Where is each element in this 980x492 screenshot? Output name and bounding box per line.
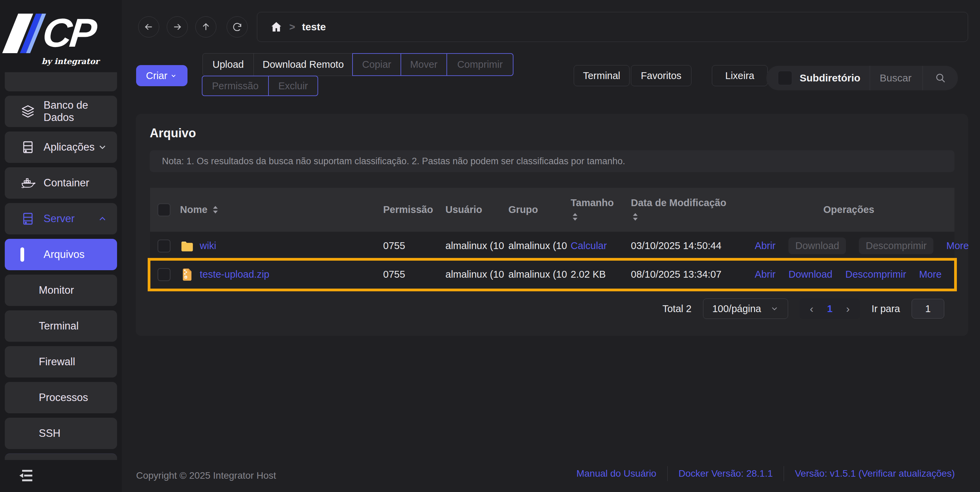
excluir-button[interactable]: Excluir — [268, 76, 318, 96]
next-page-button[interactable]: › — [846, 303, 850, 315]
sidebar-item-monitor[interactable]: Monitor — [5, 275, 117, 306]
forward-button[interactable] — [167, 16, 188, 37]
goto-page-input[interactable] — [912, 299, 944, 319]
folder-icon — [180, 239, 194, 253]
sort-icon[interactable] — [211, 205, 220, 215]
mover-button[interactable]: Mover — [401, 53, 447, 76]
sidebar-item-firewall[interactable]: Firewall — [5, 346, 117, 377]
descomprimir-link[interactable]: Descomprimir — [845, 269, 906, 280]
sidebar-item-container[interactable]: Container — [5, 167, 117, 199]
select-all-checkbox[interactable] — [158, 203, 170, 216]
sidebar-item-label: Terminal — [39, 320, 79, 332]
user-cell: almalinux (10 — [443, 240, 506, 251]
favoritos-button[interactable]: Favoritos — [631, 65, 692, 86]
more-link[interactable]: More — [919, 269, 942, 280]
search-input[interactable] — [870, 66, 923, 90]
arrow-left-icon — [143, 21, 154, 32]
date-cell: 03/10/2025 14:50:44 — [628, 240, 740, 251]
chevron-down-icon — [169, 72, 178, 80]
collapse-sidebar-button[interactable] — [18, 468, 34, 484]
sidebar-item-processos[interactable]: Processos — [5, 382, 117, 413]
download-link[interactable]: Download — [788, 269, 832, 280]
sidebar-item-label: Server — [43, 212, 75, 225]
sidebar-item-aplicacoes[interactable]: Aplicações — [5, 131, 117, 163]
calcular-link[interactable]: Calcular — [571, 240, 607, 251]
sidebar-item-label: Processos — [39, 391, 88, 404]
sidebar-item-terminal[interactable]: Terminal — [5, 310, 117, 342]
header-data-modificacao[interactable]: Data de Modificação — [628, 197, 740, 222]
note-text: Nota: 1. Os resultados da busca não supo… — [162, 156, 625, 167]
row-checkbox[interactable] — [158, 268, 170, 281]
refresh-icon — [232, 21, 243, 32]
app-logo: CP by integrator — [0, 10, 122, 67]
up-directory-button[interactable] — [195, 16, 216, 37]
abrir-link[interactable]: Abrir — [755, 240, 775, 251]
docker-version-link[interactable]: Docker Versão: 28.1.1 — [668, 468, 784, 479]
home-icon[interactable] — [270, 21, 282, 33]
sidebar-item-banco-de-dados[interactable]: Banco de Dados — [5, 96, 117, 127]
table-row-highlighted[interactable]: teste-upload.zip 0755 almalinux (10 alma… — [150, 260, 955, 289]
breadcrumb-current[interactable]: teste — [302, 21, 326, 33]
sidebar-item-arquivos[interactable]: Arquivos — [5, 239, 117, 270]
group-cell: almalinux (10 — [506, 269, 568, 280]
page-title: Arquivo — [150, 126, 196, 141]
back-button[interactable] — [138, 16, 159, 37]
file-actions-group: Upload Download Remoto Copiar Mover Comp… — [202, 53, 514, 76]
user-cell: almalinux (10 — [443, 269, 506, 280]
criar-button[interactable]: Criar — [136, 65, 188, 86]
abrir-link[interactable]: Abrir — [755, 269, 775, 280]
perm-cell: 0755 — [380, 240, 443, 251]
header-nome[interactable]: Nome — [177, 204, 380, 215]
current-page[interactable]: 1 — [827, 303, 832, 315]
arrow-right-icon — [172, 21, 183, 32]
header-tamanho[interactable]: Tamanho — [568, 197, 628, 222]
sidebar-item-label: Aplicações — [43, 141, 95, 153]
descomprimir-link-disabled: Descomprimir — [859, 238, 933, 254]
pager: ‹ 1 › — [800, 299, 860, 319]
server-icon — [21, 211, 35, 226]
header-permissao: Permissão — [380, 203, 443, 216]
layers-icon — [21, 104, 35, 119]
row-checkbox[interactable] — [158, 240, 170, 252]
sidebar-item-clipped-bottom[interactable] — [5, 454, 117, 460]
footer-links: Manual do Usuário Docker Versão: 28.1.1 … — [566, 466, 966, 481]
comprimir-button[interactable]: Comprimir — [447, 53, 514, 76]
copiar-button[interactable]: Copiar — [352, 53, 401, 76]
subdiretorio-checkbox[interactable] — [778, 71, 792, 85]
refresh-button[interactable] — [227, 16, 248, 37]
search-submit[interactable] — [923, 66, 958, 90]
more-link[interactable]: More — [946, 240, 969, 251]
sidebar-item-label: Arquivos — [43, 248, 85, 260]
docker-icon — [21, 176, 35, 190]
chevron-down-icon — [97, 142, 108, 152]
app-version-link[interactable]: Versão: v1.5.1 (Verificar atualizações) — [784, 468, 966, 479]
download-remoto-button[interactable]: Download Remoto — [253, 53, 353, 76]
header-usuario: Usuário — [443, 204, 506, 215]
criar-label: Criar — [146, 70, 167, 81]
sidebar-item-clipped-top[interactable] — [5, 72, 117, 91]
sidebar-item-ssh[interactable]: SSH — [5, 418, 117, 449]
file-table: Nome Permissão Usuário Grupo Tamanho Dat… — [150, 188, 955, 289]
sort-icon[interactable] — [571, 212, 579, 222]
manual-link[interactable]: Manual do Usuário — [566, 468, 667, 479]
download-link-disabled: Download — [788, 238, 846, 254]
sort-icon[interactable] — [631, 212, 640, 222]
permissao-button[interactable]: Permissão — [202, 76, 269, 96]
file-actions-group-2: Permissão Excluir — [202, 76, 318, 96]
lixeira-button[interactable]: Lixeira — [712, 65, 768, 86]
sidebar-item-label: Container — [43, 177, 89, 189]
collapse-sidebar-icon — [18, 468, 34, 484]
file-name-link[interactable]: wiki — [200, 240, 216, 251]
table-header-row: Nome Permissão Usuário Grupo Tamanho Dat… — [150, 188, 955, 232]
header-operacoes: Operações — [740, 204, 955, 215]
terminal-button[interactable]: Terminal — [574, 65, 630, 86]
upload-button[interactable]: Upload — [202, 53, 254, 76]
note-banner: Nota: 1. Os resultados da busca não supo… — [150, 150, 955, 172]
size-cell: 2.02 KB — [568, 269, 628, 280]
file-name-link[interactable]: teste-upload.zip — [200, 269, 269, 280]
zip-file-icon — [180, 267, 194, 282]
prev-page-button[interactable]: ‹ — [810, 303, 814, 315]
per-page-select[interactable]: 100/página — [703, 299, 788, 319]
sidebar-item-server[interactable]: Server — [5, 203, 117, 235]
table-row[interactable]: wiki 0755 almalinux (10 almalinux (10 Ca… — [150, 232, 955, 260]
